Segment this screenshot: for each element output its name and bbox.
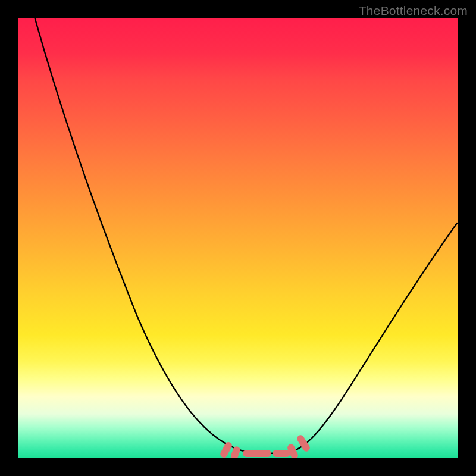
plot-area bbox=[18, 18, 458, 458]
bead bbox=[296, 434, 311, 453]
curve-path bbox=[25, 18, 457, 453]
bead-group bbox=[219, 434, 311, 458]
outer-frame: TheBottleneck.com bbox=[0, 0, 476, 476]
bead bbox=[273, 450, 290, 457]
watermark-text: TheBottleneck.com bbox=[359, 4, 468, 18]
bead bbox=[243, 450, 271, 457]
bottleneck-curve bbox=[18, 18, 458, 458]
